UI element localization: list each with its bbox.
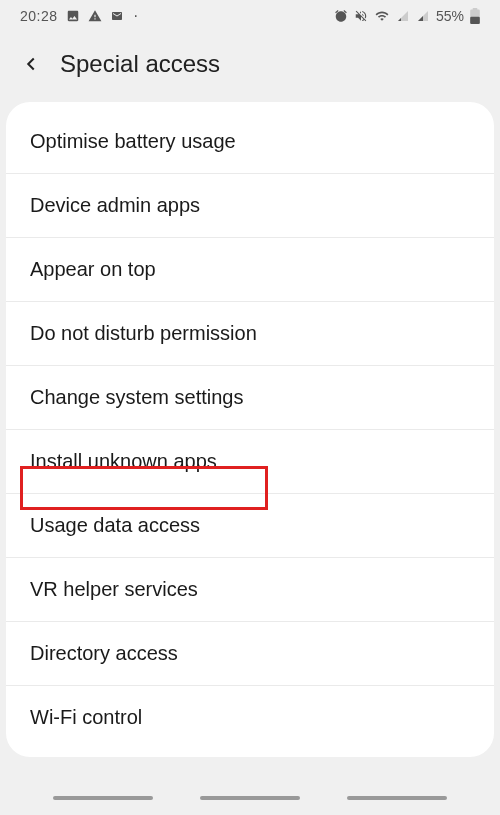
item-label: Device admin apps [30,194,200,216]
item-do-not-disturb-permission[interactable]: Do not disturb permission [6,302,494,366]
item-label: Appear on top [30,258,156,280]
wifi-icon [374,9,390,23]
status-left: 20:28 · [20,7,138,25]
nav-home[interactable] [200,796,300,800]
battery-icon [470,8,480,24]
item-usage-data-access[interactable]: Usage data access [6,494,494,558]
mute-icon [354,9,368,23]
item-directory-access[interactable]: Directory access [6,622,494,686]
status-right: 55% [334,8,480,24]
battery-percent: 55% [436,8,464,24]
svg-rect-1 [473,8,478,10]
status-bar: 20:28 · 55% [0,0,500,32]
item-optimise-battery-usage[interactable]: Optimise battery usage [6,110,494,174]
back-button[interactable] [20,53,42,75]
picture-icon [66,9,80,23]
item-label: Install unknown apps [30,450,217,472]
signal-icon-1 [396,10,410,22]
header: Special access [0,32,500,102]
page-title: Special access [60,50,220,78]
item-label: Directory access [30,642,178,664]
navigation-bar [0,789,500,815]
mail-icon [110,10,124,22]
item-install-unknown-apps[interactable]: Install unknown apps [6,430,494,494]
item-label: Wi-Fi control [30,706,142,728]
item-label: Optimise battery usage [30,130,236,152]
item-device-admin-apps[interactable]: Device admin apps [6,174,494,238]
signal-icon-2 [416,10,430,22]
item-appear-on-top[interactable]: Appear on top [6,238,494,302]
item-label: Do not disturb permission [30,322,257,344]
item-vr-helper-services[interactable]: VR helper services [6,558,494,622]
item-label: VR helper services [30,578,198,600]
nav-recents[interactable] [53,796,153,800]
more-icon: · [134,7,138,25]
status-time: 20:28 [20,8,58,24]
warning-icon [88,9,102,23]
nav-back[interactable] [347,796,447,800]
settings-list: Optimise battery usage Device admin apps… [6,102,494,757]
item-label: Change system settings [30,386,243,408]
item-label: Usage data access [30,514,200,536]
svg-rect-2 [470,17,480,24]
item-change-system-settings[interactable]: Change system settings [6,366,494,430]
item-wifi-control[interactable]: Wi-Fi control [6,686,494,749]
alarm-icon [334,9,348,23]
